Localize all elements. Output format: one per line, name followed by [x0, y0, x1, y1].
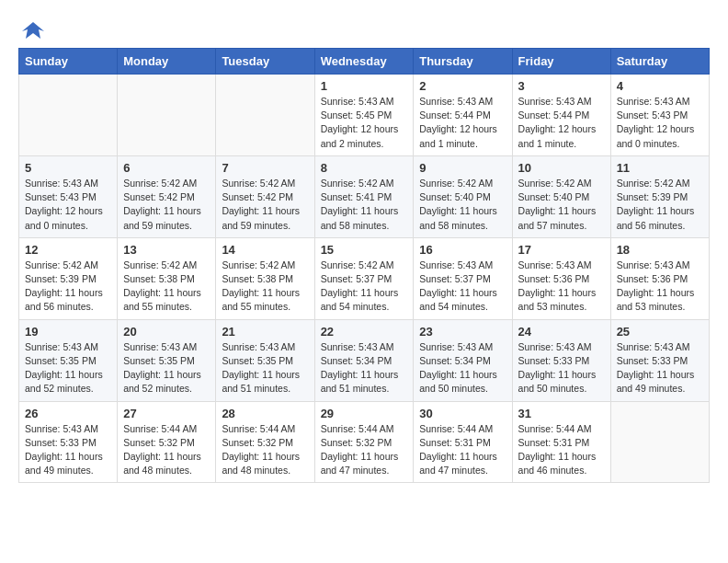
day-number: 23: [419, 325, 506, 339]
calendar-cell: 9Sunrise: 5:42 AM Sunset: 5:40 PM Daylig…: [414, 155, 512, 237]
logo-bird-icon: [20, 18, 46, 44]
day-number: 8: [321, 161, 408, 175]
day-number: 16: [419, 243, 506, 257]
calendar-cell: 14Sunrise: 5:42 AM Sunset: 5:38 PM Dayli…: [216, 237, 314, 319]
svg-marker-0: [22, 22, 44, 39]
calendar-cell: 24Sunrise: 5:43 AM Sunset: 5:33 PM Dayli…: [512, 319, 610, 401]
calendar-cell: 19Sunrise: 5:43 AM Sunset: 5:35 PM Dayli…: [19, 319, 118, 401]
day-number: 9: [419, 161, 506, 175]
day-number: 22: [321, 325, 408, 339]
calendar-cell: 25Sunrise: 5:43 AM Sunset: 5:33 PM Dayli…: [610, 319, 709, 401]
day-number: 4: [617, 79, 703, 93]
calendar-cell: 4Sunrise: 5:43 AM Sunset: 5:43 PM Daylig…: [610, 75, 709, 156]
weekday-header-wednesday: Wednesday: [314, 49, 414, 75]
calendar-table: SundayMondayTuesdayWednesdayThursdayFrid…: [18, 48, 710, 483]
day-number: 28: [222, 407, 308, 420]
day-number: 30: [419, 407, 506, 420]
day-number: 15: [321, 243, 408, 257]
day-info: Sunrise: 5:43 AM Sunset: 5:43 PM Dayligh…: [25, 177, 111, 233]
day-info: Sunrise: 5:42 AM Sunset: 5:39 PM Dayligh…: [25, 259, 111, 315]
calendar-cell: 15Sunrise: 5:42 AM Sunset: 5:37 PM Dayli…: [314, 237, 414, 319]
calendar-cell: 3Sunrise: 5:43 AM Sunset: 5:44 PM Daylig…: [512, 75, 610, 156]
day-info: Sunrise: 5:43 AM Sunset: 5:43 PM Dayligh…: [617, 95, 703, 151]
day-info: Sunrise: 5:44 AM Sunset: 5:31 PM Dayligh…: [518, 422, 605, 478]
calendar-cell: 6Sunrise: 5:42 AM Sunset: 5:42 PM Daylig…: [118, 155, 216, 237]
calendar-cell: 7Sunrise: 5:42 AM Sunset: 5:42 PM Daylig…: [216, 155, 314, 237]
day-number: 20: [123, 325, 210, 339]
calendar-cell: 17Sunrise: 5:43 AM Sunset: 5:36 PM Dayli…: [512, 237, 610, 319]
day-number: 10: [518, 161, 605, 175]
calendar-cell: 16Sunrise: 5:43 AM Sunset: 5:37 PM Dayli…: [414, 237, 512, 319]
calendar-week-row: 19Sunrise: 5:43 AM Sunset: 5:35 PM Dayli…: [19, 319, 710, 401]
day-number: 5: [25, 161, 111, 175]
day-info: Sunrise: 5:43 AM Sunset: 5:37 PM Dayligh…: [419, 259, 506, 315]
weekday-header-sunday: Sunday: [19, 49, 118, 75]
day-number: 19: [25, 325, 111, 339]
day-info: Sunrise: 5:42 AM Sunset: 5:38 PM Dayligh…: [222, 259, 308, 315]
day-number: 13: [123, 243, 210, 257]
day-info: Sunrise: 5:43 AM Sunset: 5:35 PM Dayligh…: [222, 340, 308, 396]
day-info: Sunrise: 5:44 AM Sunset: 5:31 PM Dayligh…: [419, 422, 506, 478]
calendar-cell: 12Sunrise: 5:42 AM Sunset: 5:39 PM Dayli…: [19, 237, 118, 319]
weekday-header-saturday: Saturday: [610, 49, 709, 75]
calendar-cell: 30Sunrise: 5:44 AM Sunset: 5:31 PM Dayli…: [414, 401, 512, 483]
day-number: 29: [321, 407, 408, 420]
day-info: Sunrise: 5:42 AM Sunset: 5:40 PM Dayligh…: [518, 177, 605, 233]
day-number: 7: [222, 161, 308, 175]
day-info: Sunrise: 5:44 AM Sunset: 5:32 PM Dayligh…: [123, 422, 210, 478]
day-number: 25: [617, 325, 703, 339]
calendar-cell: 28Sunrise: 5:44 AM Sunset: 5:32 PM Dayli…: [216, 401, 314, 483]
calendar-cell: 31Sunrise: 5:44 AM Sunset: 5:31 PM Dayli…: [512, 401, 610, 483]
day-info: Sunrise: 5:44 AM Sunset: 5:32 PM Dayligh…: [222, 422, 308, 478]
day-info: Sunrise: 5:43 AM Sunset: 5:34 PM Dayligh…: [419, 340, 506, 396]
calendar-cell: 20Sunrise: 5:43 AM Sunset: 5:35 PM Dayli…: [118, 319, 216, 401]
calendar-cell: 1Sunrise: 5:43 AM Sunset: 5:45 PM Daylig…: [314, 75, 414, 156]
day-info: Sunrise: 5:43 AM Sunset: 5:34 PM Dayligh…: [321, 340, 408, 396]
day-number: 11: [617, 161, 703, 175]
calendar-header-row: SundayMondayTuesdayWednesdayThursdayFrid…: [19, 49, 710, 75]
logo: [18, 18, 46, 39]
calendar-week-row: 5Sunrise: 5:43 AM Sunset: 5:43 PM Daylig…: [19, 155, 710, 237]
day-number: 17: [518, 243, 605, 257]
day-number: 3: [518, 79, 605, 93]
calendar-cell: 2Sunrise: 5:43 AM Sunset: 5:44 PM Daylig…: [414, 75, 512, 156]
calendar-cell: 26Sunrise: 5:43 AM Sunset: 5:33 PM Dayli…: [19, 401, 118, 483]
day-info: Sunrise: 5:42 AM Sunset: 5:39 PM Dayligh…: [617, 177, 703, 233]
day-number: 27: [123, 407, 210, 420]
day-number: 14: [222, 243, 308, 257]
day-number: 26: [25, 407, 111, 420]
header: [18, 18, 710, 39]
calendar-cell: [216, 75, 314, 156]
calendar-cell: 18Sunrise: 5:43 AM Sunset: 5:36 PM Dayli…: [610, 237, 709, 319]
calendar-week-row: 26Sunrise: 5:43 AM Sunset: 5:33 PM Dayli…: [19, 401, 710, 483]
day-info: Sunrise: 5:43 AM Sunset: 5:33 PM Dayligh…: [617, 340, 703, 396]
day-info: Sunrise: 5:43 AM Sunset: 5:36 PM Dayligh…: [617, 259, 703, 315]
day-info: Sunrise: 5:42 AM Sunset: 5:40 PM Dayligh…: [419, 177, 506, 233]
calendar-cell: 13Sunrise: 5:42 AM Sunset: 5:38 PM Dayli…: [118, 237, 216, 319]
day-info: Sunrise: 5:43 AM Sunset: 5:33 PM Dayligh…: [25, 422, 111, 478]
day-number: 6: [123, 161, 210, 175]
calendar-cell: 5Sunrise: 5:43 AM Sunset: 5:43 PM Daylig…: [19, 155, 118, 237]
day-number: 1: [321, 79, 408, 93]
day-info: Sunrise: 5:44 AM Sunset: 5:32 PM Dayligh…: [321, 422, 408, 478]
day-number: 18: [617, 243, 703, 257]
weekday-header-friday: Friday: [512, 49, 610, 75]
calendar-cell: 11Sunrise: 5:42 AM Sunset: 5:39 PM Dayli…: [610, 155, 709, 237]
calendar-cell: 10Sunrise: 5:42 AM Sunset: 5:40 PM Dayli…: [512, 155, 610, 237]
day-info: Sunrise: 5:43 AM Sunset: 5:45 PM Dayligh…: [321, 95, 408, 151]
day-info: Sunrise: 5:43 AM Sunset: 5:35 PM Dayligh…: [123, 340, 210, 396]
calendar-cell: 27Sunrise: 5:44 AM Sunset: 5:32 PM Dayli…: [118, 401, 216, 483]
calendar-cell: 21Sunrise: 5:43 AM Sunset: 5:35 PM Dayli…: [216, 319, 314, 401]
weekday-header-monday: Monday: [118, 49, 216, 75]
calendar-cell: 22Sunrise: 5:43 AM Sunset: 5:34 PM Dayli…: [314, 319, 414, 401]
calendar-cell: 23Sunrise: 5:43 AM Sunset: 5:34 PM Dayli…: [414, 319, 512, 401]
day-number: 12: [25, 243, 111, 257]
day-info: Sunrise: 5:42 AM Sunset: 5:37 PM Dayligh…: [321, 259, 408, 315]
day-info: Sunrise: 5:43 AM Sunset: 5:36 PM Dayligh…: [518, 259, 605, 315]
calendar-week-row: 1Sunrise: 5:43 AM Sunset: 5:45 PM Daylig…: [19, 75, 710, 156]
day-info: Sunrise: 5:42 AM Sunset: 5:42 PM Dayligh…: [123, 177, 210, 233]
calendar-cell: [610, 401, 709, 483]
day-info: Sunrise: 5:43 AM Sunset: 5:44 PM Dayligh…: [518, 95, 605, 151]
day-info: Sunrise: 5:42 AM Sunset: 5:42 PM Dayligh…: [222, 177, 308, 233]
day-info: Sunrise: 5:43 AM Sunset: 5:44 PM Dayligh…: [419, 95, 506, 151]
